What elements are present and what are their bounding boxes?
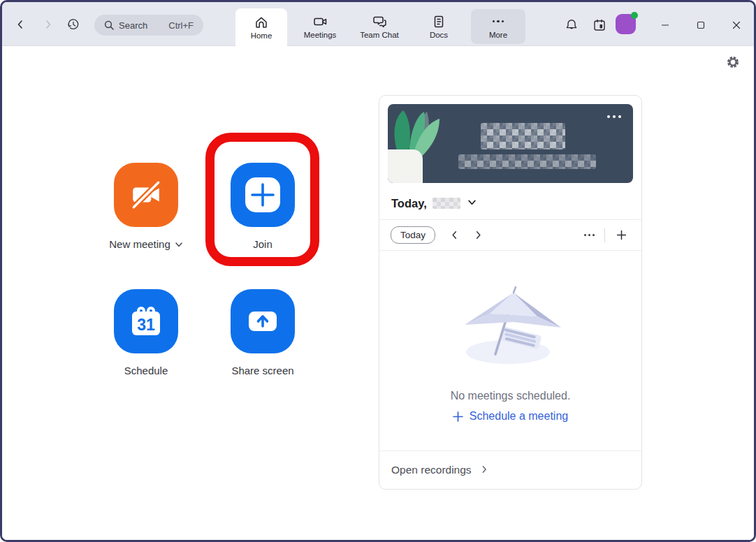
chevron-right-icon (480, 464, 488, 476)
calendar-day-number: 31 (137, 316, 155, 334)
tab-more-label: More (489, 31, 507, 39)
today-button[interactable]: Today (391, 226, 435, 244)
chevron-left-icon (450, 230, 459, 240)
no-meetings-message: No meetings scheduled. (451, 390, 571, 402)
calendar-more-button[interactable] (581, 230, 597, 240)
redacted-time (481, 123, 565, 149)
today-label: Today, (391, 197, 427, 210)
chevron-right-icon (474, 230, 483, 240)
document-icon (432, 15, 446, 29)
plus-icon (245, 177, 281, 213)
zoom-app-window: Search Ctrl+F Home Meetings (0, 0, 756, 542)
tab-team-chat[interactable]: Team Chat (350, 9, 409, 44)
add-meeting-button[interactable] (612, 226, 630, 244)
title-bar: Search Ctrl+F Home Meetings (2, 2, 754, 46)
main-tabs: Home Meetings Team Chat Docs (2, 2, 754, 46)
tab-team-chat-label: Team Chat (360, 31, 399, 39)
gear-icon (726, 55, 740, 69)
join-label[interactable]: Join (193, 238, 333, 250)
calendar-icon (593, 18, 606, 32)
home-icon (254, 15, 268, 29)
maximize-button[interactable] (691, 17, 711, 33)
home-content: New meeting Join 31 Schedule (2, 46, 754, 540)
notifications-button[interactable] (564, 17, 579, 33)
schedule-button[interactable]: 31 (114, 289, 178, 353)
open-recordings-row[interactable]: Open recordings (379, 451, 641, 489)
tab-home[interactable]: Home (235, 8, 287, 46)
tab-docs-label: Docs (430, 31, 448, 39)
maximize-icon (697, 21, 705, 29)
tab-home-label: Home (251, 31, 272, 40)
date-dropdown[interactable] (467, 197, 477, 210)
new-meeting-button[interactable] (114, 163, 178, 227)
plant-illustration (388, 106, 452, 183)
calendar-toolbar: Today (379, 219, 641, 251)
plus-icon (453, 411, 463, 422)
date-selector-row: Today, (379, 187, 641, 219)
bell-icon (565, 18, 579, 32)
empty-schedule-area: No meetings scheduled. Schedule a meetin… (379, 251, 641, 451)
calendar-31-icon: 31 (128, 303, 164, 339)
plus-icon (616, 230, 627, 240)
toolbar-divider (604, 228, 605, 242)
tab-docs[interactable]: Docs (420, 9, 458, 44)
chevron-down-icon (467, 198, 477, 207)
settings-button[interactable] (726, 55, 740, 69)
calendar-button[interactable] (592, 17, 607, 33)
redacted-date-chip (432, 198, 460, 209)
presence-status-dot (631, 12, 638, 19)
avatar[interactable] (616, 14, 636, 34)
chevron-down-icon (175, 240, 183, 249)
beach-umbrella-illustration (455, 286, 567, 366)
tab-meetings[interactable]: Meetings (293, 9, 347, 44)
share-screen-icon (243, 302, 282, 341)
minimize-button[interactable] (655, 17, 675, 33)
more-icon (493, 15, 504, 29)
join-button[interactable] (231, 163, 295, 227)
minimize-icon (661, 21, 669, 29)
tab-more[interactable]: More (471, 9, 525, 44)
video-camera-icon (313, 15, 328, 29)
banner-more-button[interactable] (604, 112, 624, 121)
next-day-button[interactable] (469, 226, 487, 244)
previous-day-button[interactable] (445, 226, 463, 244)
open-recordings-label: Open recordings (391, 464, 472, 476)
share-screen-button[interactable] (231, 289, 295, 353)
share-screen-label[interactable]: Share screen (193, 365, 333, 376)
close-icon (732, 21, 741, 29)
chat-bubbles-icon (372, 15, 387, 29)
close-button[interactable] (727, 17, 746, 33)
schedule-a-meeting-link[interactable]: Schedule a meeting (453, 410, 568, 423)
redacted-date (458, 154, 596, 169)
video-off-icon (129, 177, 163, 212)
tab-meetings-label: Meetings (304, 31, 337, 39)
meetings-panel: Today, Today (379, 95, 642, 490)
meeting-banner (388, 104, 633, 183)
